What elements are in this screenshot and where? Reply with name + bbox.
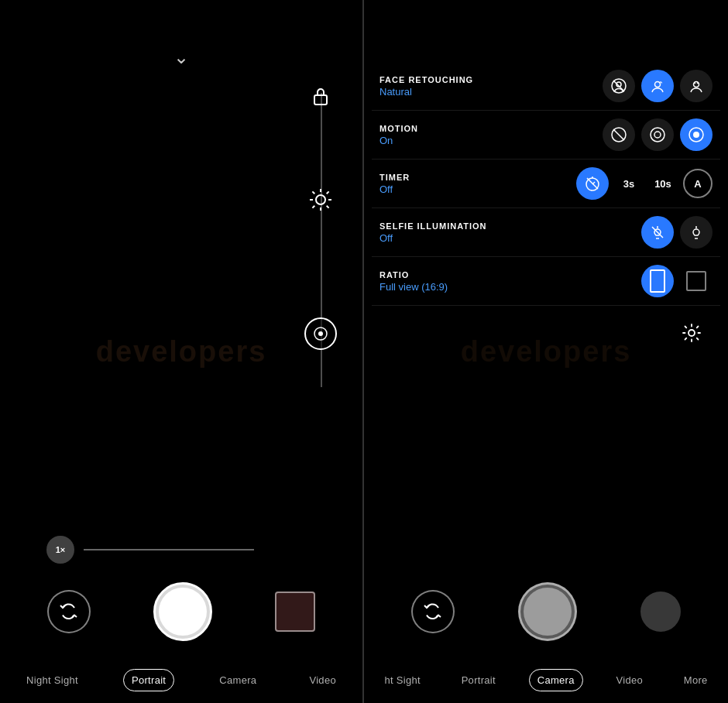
settings-gear-button[interactable] xyxy=(675,317,708,349)
tab-camera[interactable]: Camera xyxy=(211,670,264,691)
timer-options: 3s 10s A xyxy=(576,167,713,200)
svg-point-1 xyxy=(316,195,325,204)
tab-portrait[interactable]: Portrait xyxy=(123,669,174,691)
shutter-button-right[interactable] xyxy=(518,582,577,641)
tab-video-right[interactable]: Video xyxy=(608,670,651,691)
right-settings-panel: developers FACE RETOUCHING Natural xyxy=(364,0,728,703)
selfie-illumination-on-btn[interactable] xyxy=(680,216,713,249)
svg-line-18 xyxy=(613,129,624,140)
svg-line-6 xyxy=(312,191,314,194)
chevron-down-icon[interactable]: ⌄ xyxy=(173,46,189,68)
tab-camera-right[interactable]: Camera xyxy=(529,669,583,691)
motion-options xyxy=(603,118,713,151)
shutter-inner-right xyxy=(524,588,572,636)
face-retouching-natural-btn[interactable] xyxy=(641,70,674,102)
ratio-square-btn[interactable] xyxy=(680,265,713,297)
ratio-label-group: RATIO Full view (16:9) xyxy=(379,270,488,293)
gallery-thumbnail-right[interactable] xyxy=(640,592,681,632)
left-camera-panel: developers ⌄ 1× xyxy=(0,0,364,703)
svg-point-16 xyxy=(694,82,699,87)
timer-10s-btn[interactable]: 10s xyxy=(649,167,677,200)
face-retouching-label: FACE RETOUCHING xyxy=(379,75,488,84)
ratio-tall-icon xyxy=(650,269,665,293)
timer-label: TIMER xyxy=(379,173,488,182)
motion-value: On xyxy=(379,135,488,146)
svg-point-22 xyxy=(693,132,699,138)
svg-line-8 xyxy=(327,191,329,194)
shutter-inner xyxy=(159,588,207,636)
ratio-row: RATIO Full view (16:9) xyxy=(372,257,720,306)
face-retouching-options xyxy=(603,70,713,102)
zoom-badge[interactable]: 1× xyxy=(46,536,74,564)
timer-3s-btn[interactable]: 3s xyxy=(615,167,643,200)
tab-night-sight[interactable]: Night Sight xyxy=(19,670,86,691)
selfie-illumination-off-btn[interactable] xyxy=(641,216,674,249)
svg-point-19 xyxy=(651,128,664,142)
face-retouching-value: Natural xyxy=(379,86,488,98)
timer-off-btn[interactable] xyxy=(576,167,609,200)
ratio-full-btn[interactable] xyxy=(641,265,674,297)
exposure-sun-icon[interactable] xyxy=(307,186,335,214)
svg-point-32 xyxy=(689,330,695,336)
timer-row: TIMER Off 3s 10s A xyxy=(372,159,720,208)
svg-line-7 xyxy=(327,206,329,208)
motion-label-group: MOTION On xyxy=(379,124,488,146)
svg-point-11 xyxy=(318,331,323,336)
svg-point-20 xyxy=(654,132,661,138)
camera-mode-tabs-right: ht Sight Portrait Camera Video More xyxy=(364,657,728,703)
face-retouching-off-btn[interactable] xyxy=(603,70,635,102)
shutter-button[interactable] xyxy=(153,582,212,641)
settings-panel: FACE RETOUCHING Natural xyxy=(372,62,720,355)
bottom-controls-right xyxy=(364,582,728,641)
zoom-track[interactable] xyxy=(84,549,254,550)
tab-more-right[interactable]: More xyxy=(676,670,716,691)
tab-video[interactable]: Video xyxy=(301,670,344,691)
face-retouching-smooth-btn[interactable] xyxy=(680,70,713,102)
flip-camera-button[interactable] xyxy=(47,590,91,633)
svg-point-15 xyxy=(655,82,661,87)
motion-label: MOTION xyxy=(379,124,488,133)
ratio-label: RATIO xyxy=(379,270,488,279)
motion-off-btn[interactable] xyxy=(603,118,635,151)
svg-line-9 xyxy=(312,206,314,208)
tab-portrait-right[interactable]: Portrait xyxy=(454,670,503,691)
camera-mode-tabs-left: Night Sight Portrait Camera Video xyxy=(0,657,362,703)
selfie-illumination-value: Off xyxy=(379,232,488,244)
gallery-thumbnail[interactable] xyxy=(275,592,315,632)
bottom-controls-left xyxy=(0,582,362,641)
ratio-square-icon xyxy=(686,271,706,291)
motion-on-btn[interactable] xyxy=(680,118,713,151)
motion-row: MOTION On xyxy=(372,111,720,159)
exposure-center-icon[interactable] xyxy=(304,317,337,350)
face-retouching-row: FACE RETOUCHING Natural xyxy=(372,62,720,111)
watermark-left: developers xyxy=(96,335,267,369)
gear-row xyxy=(372,306,720,355)
svg-line-29 xyxy=(652,227,663,238)
zoom-slider-container: 1× xyxy=(46,536,254,564)
selfie-illumination-label-group: SELFIE ILLUMINATION Off xyxy=(379,221,488,244)
face-retouching-label-group: FACE RETOUCHING Natural xyxy=(379,75,488,98)
flip-camera-button-right[interactable] xyxy=(411,590,455,633)
tab-night-sight-right[interactable]: ht Sight xyxy=(376,670,428,691)
selfie-illumination-label: SELFIE ILLUMINATION xyxy=(379,221,488,231)
selfie-illumination-row: SELFIE ILLUMINATION Off xyxy=(372,208,720,257)
timer-value: Off xyxy=(379,183,488,195)
motion-stabilize-btn[interactable] xyxy=(641,118,674,151)
ratio-value: Full view (16:9) xyxy=(379,281,488,293)
selfie-illumination-options xyxy=(641,216,713,249)
ratio-options xyxy=(641,265,713,297)
timer-auto-btn[interactable]: A xyxy=(683,169,713,198)
timer-label-group: TIMER Off xyxy=(379,173,488,195)
